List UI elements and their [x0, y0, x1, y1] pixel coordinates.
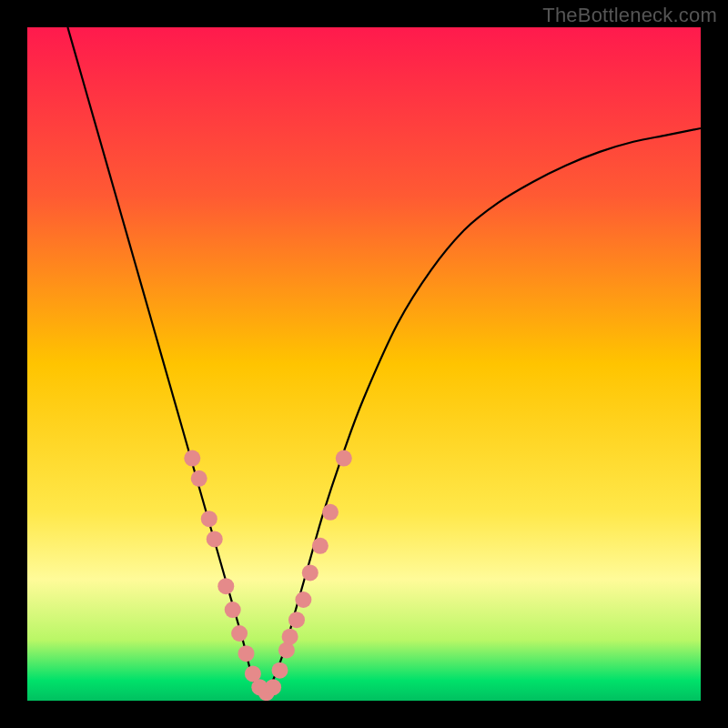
marker-point	[272, 662, 288, 679]
plot-area	[27, 27, 701, 701]
marker-point	[207, 531, 223, 547]
watermark-text: TheBottleneck.com	[542, 4, 717, 27]
marker-point	[191, 470, 207, 487]
bottleneck-chart	[27, 27, 701, 701]
marker-point	[302, 564, 318, 581]
chart-container: TheBottleneck.com	[0, 0, 728, 728]
marker-point	[295, 592, 311, 608]
marker-point	[265, 679, 281, 695]
marker-point	[322, 504, 339, 521]
marker-point	[336, 450, 352, 467]
marker-point	[217, 578, 234, 594]
marker-point	[231, 625, 248, 642]
marker-point	[282, 629, 298, 645]
marker-point	[238, 645, 255, 662]
gradient-background	[27, 27, 701, 701]
marker-point	[288, 612, 305, 628]
marker-point	[201, 511, 217, 527]
marker-point	[184, 450, 200, 467]
marker-point	[312, 538, 329, 554]
marker-point	[225, 602, 241, 618]
